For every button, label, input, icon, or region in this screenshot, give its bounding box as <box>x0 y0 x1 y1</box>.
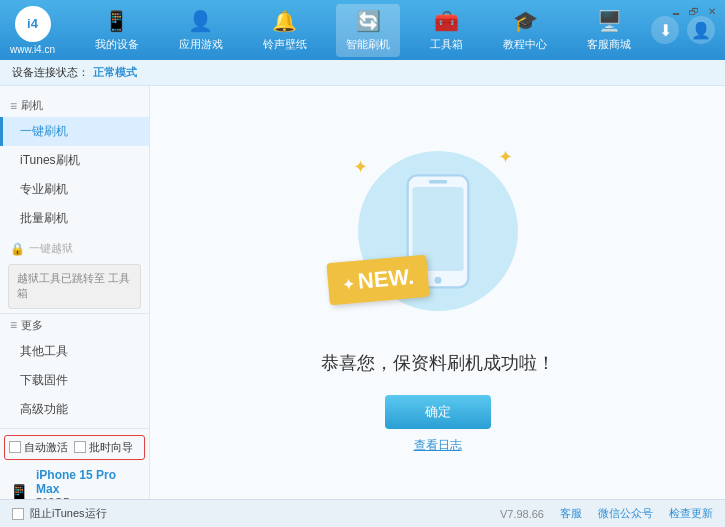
tutorial-icon: 🎓 <box>513 9 538 33</box>
nav-bar: 📱 我的设备 👤 应用游戏 🔔 铃声壁纸 🔄 智能刷机 🧰 工具箱 🎓 教程中心… <box>75 4 651 57</box>
logo-text: www.i4.cn <box>10 44 55 55</box>
nav-tools[interactable]: 🧰 工具箱 <box>420 4 473 57</box>
jailbreak-section-header: 🔒 一键越狱 <box>0 237 149 260</box>
success-illustration: NEW. ✦ ✦ <box>338 131 538 331</box>
flash-section: ≡ 刷机 一键刷机 iTunes刷机 专业刷机 批量刷机 <box>0 94 149 233</box>
service-icon: 🖥️ <box>597 9 622 33</box>
nav-smart-flash[interactable]: 🔄 智能刷机 <box>336 4 400 57</box>
breadcrumb: 设备连接状态： 正常模式 <box>0 60 725 86</box>
nav-apps-games-label: 应用游戏 <box>179 37 223 52</box>
new-badge: NEW. <box>326 255 429 306</box>
nav-service-label: 客服商城 <box>587 37 631 52</box>
footer-link-update[interactable]: 检查更新 <box>669 506 713 521</box>
user-button[interactable]: 👤 <box>687 16 715 44</box>
nav-service[interactable]: 🖥️ 客服商城 <box>577 4 641 57</box>
header: i4 www.i4.cn 📱 我的设备 👤 应用游戏 🔔 铃声壁纸 🔄 智能刷机… <box>0 0 725 60</box>
sparkle-top-right: ✦ <box>498 146 513 168</box>
minimize-button[interactable]: 🗕 <box>669 4 683 18</box>
window-controls: 🗕 🗗 ✕ <box>669 4 719 18</box>
timed-guide-item[interactable]: 批时向导 <box>74 440 133 455</box>
more-section: ≡ 更多 其他工具 下载固件 高级功能 <box>0 313 149 424</box>
auto-activate-item[interactable]: 自动激活 <box>9 440 68 455</box>
timed-guide-checkbox[interactable] <box>74 441 86 453</box>
nav-tutorial[interactable]: 🎓 教程中心 <box>493 4 557 57</box>
auto-activate-label: 自动激活 <box>24 440 68 455</box>
stop-itunes-checkbox[interactable] <box>12 508 24 520</box>
smart-flash-icon: 🔄 <box>356 9 381 33</box>
sidebar-bottom: 自动激活 批时向导 📱 iPhone 15 Pro Max 512GB iPho… <box>0 428 149 499</box>
stop-itunes-label: 阻止iTunes运行 <box>30 506 107 521</box>
device-phone-icon: 📱 <box>8 483 30 499</box>
flash-section-label: 刷机 <box>21 98 43 113</box>
auto-activate-checkbox[interactable] <box>9 441 21 453</box>
success-text: 恭喜您，保资料刷机成功啦！ <box>321 351 555 375</box>
tools-icon: 🧰 <box>434 9 459 33</box>
nav-ringtone[interactable]: 🔔 铃声壁纸 <box>253 4 317 57</box>
sparkle-top-left: ✦ <box>353 156 368 178</box>
footer-link-wechat[interactable]: 微信公众号 <box>598 506 653 521</box>
nav-my-device-label: 我的设备 <box>95 37 139 52</box>
more-section-label: 更多 <box>21 318 43 333</box>
flash-section-icon: ≡ <box>10 99 17 113</box>
sidebar-item-pro-flash[interactable]: 专业刷机 <box>0 175 149 204</box>
footer-left: 阻止iTunes运行 <box>12 506 107 521</box>
sidebar-item-other-tools[interactable]: 其他工具 <box>0 337 149 366</box>
footer: 阻止iTunes运行 V7.98.66 客服 微信公众号 检查更新 <box>0 499 725 527</box>
flash-section-header: ≡ 刷机 <box>0 94 149 117</box>
jailbreak-section: 🔒 一键越狱 越狱工具已跳转至 工具箱 <box>0 237 149 309</box>
nav-my-device[interactable]: 📱 我的设备 <box>85 4 149 57</box>
breadcrumb-value: 正常模式 <box>93 65 137 80</box>
more-section-header: ≡ 更多 <box>0 313 149 337</box>
confirm-button[interactable]: 确定 <box>385 395 491 429</box>
sidebar-item-advanced[interactable]: 高级功能 <box>0 395 149 424</box>
device-storage: 512GB <box>36 496 141 499</box>
device-details: iPhone 15 Pro Max 512GB iPhone <box>36 468 141 499</box>
sidebar: ≡ 刷机 一键刷机 iTunes刷机 专业刷机 批量刷机 🔒 一键越狱 越狱工具… <box>0 86 150 499</box>
sidebar-item-one-key-flash[interactable]: 一键刷机 <box>0 117 149 146</box>
new-badge-text: NEW. <box>356 264 414 294</box>
maximize-button[interactable]: 🗗 <box>687 4 701 18</box>
svg-rect-2 <box>428 180 447 183</box>
close-button[interactable]: ✕ <box>705 4 719 18</box>
more-section-icon: ≡ <box>10 318 17 332</box>
nav-tutorial-label: 教程中心 <box>503 37 547 52</box>
timed-guide-label: 批时向导 <box>89 440 133 455</box>
auto-row: 自动激活 批时向导 <box>4 435 145 460</box>
sidebar-item-download-firmware[interactable]: 下载固件 <box>0 366 149 395</box>
my-device-icon: 📱 <box>104 9 129 33</box>
success-message: 恭喜您，保资料刷机成功啦！ <box>321 353 555 373</box>
jailbreak-notice-text: 越狱工具已跳转至 工具箱 <box>17 272 130 299</box>
sidebar-item-itunes-flash[interactable]: iTunes刷机 <box>0 146 149 175</box>
breadcrumb-label: 设备连接状态： <box>12 65 89 80</box>
main-content: NEW. ✦ ✦ 恭喜您，保资料刷机成功啦！ 确定 查看日志 <box>150 86 725 499</box>
lock-icon: 🔒 <box>10 242 25 256</box>
main-layout: ≡ 刷机 一键刷机 iTunes刷机 专业刷机 批量刷机 🔒 一键越狱 越狱工具… <box>0 86 725 499</box>
logo-icon: i4 <box>15 6 51 42</box>
version-label: V7.98.66 <box>500 508 544 520</box>
ringtone-icon: 🔔 <box>272 9 297 33</box>
nav-apps-games[interactable]: 👤 应用游戏 <box>169 4 233 57</box>
footer-link-service[interactable]: 客服 <box>560 506 582 521</box>
download-button[interactable]: ⬇ <box>651 16 679 44</box>
nav-smart-flash-label: 智能刷机 <box>346 37 390 52</box>
log-link[interactable]: 查看日志 <box>414 437 462 454</box>
footer-right: V7.98.66 客服 微信公众号 检查更新 <box>500 506 713 521</box>
jailbreak-section-label: 一键越狱 <box>29 241 73 256</box>
sidebar-item-batch-flash[interactable]: 批量刷机 <box>0 204 149 233</box>
device-name: iPhone 15 Pro Max <box>36 468 141 496</box>
apps-games-icon: 👤 <box>188 9 213 33</box>
sidebar-top: ≡ 刷机 一键刷机 iTunes刷机 专业刷机 批量刷机 🔒 一键越狱 越狱工具… <box>0 94 149 428</box>
logo: i4 www.i4.cn <box>10 6 55 55</box>
jailbreak-notice: 越狱工具已跳转至 工具箱 <box>8 264 141 309</box>
nav-ringtone-label: 铃声壁纸 <box>263 37 307 52</box>
device-info: 📱 iPhone 15 Pro Max 512GB iPhone <box>4 466 145 499</box>
header-right: ⬇ 👤 <box>651 16 715 44</box>
nav-tools-label: 工具箱 <box>430 37 463 52</box>
svg-point-3 <box>434 276 441 283</box>
